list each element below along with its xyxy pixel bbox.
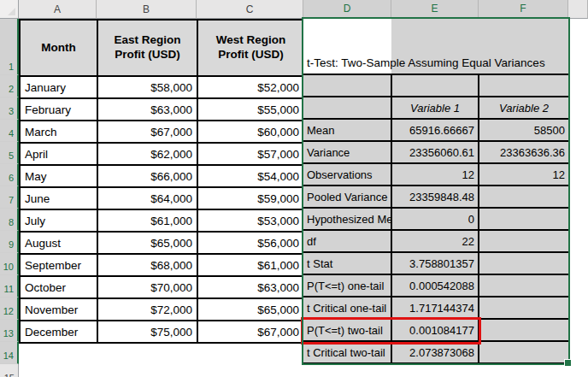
column-header-e[interactable]: E [391, 0, 479, 19]
row-header-4[interactable]: 4 [0, 120, 19, 142]
stat-value2-cell[interactable] [479, 297, 568, 319]
cell-empty[interactable] [303, 74, 391, 97]
cell-month[interactable]: November [20, 298, 97, 321]
stat-label-cell[interactable]: P(T<=t) one-tail [303, 274, 391, 297]
stat-value1-cell[interactable]: 23356060.61 [391, 141, 479, 163]
cell-east-profit[interactable]: $61,000 [97, 209, 197, 232]
row-header-12[interactable]: 12 [0, 297, 19, 320]
cell-west-profit[interactable]: $65,000 [197, 298, 304, 321]
header-cell-month[interactable]: Month [20, 20, 97, 76]
cell-east-profit[interactable]: $67,000 [97, 121, 197, 143]
cell-west-profit[interactable]: $54,000 [197, 165, 304, 187]
stat-value1-cell[interactable]: 3.758801357 [391, 252, 479, 274]
cell-east-profit[interactable]: $58,000 [97, 76, 197, 98]
stat-value2-cell[interactable] [479, 274, 568, 297]
cell-east-profit[interactable]: $70,000 [97, 276, 197, 298]
cell-east-profit[interactable]: $66,000 [97, 165, 197, 187]
stat-value2-cell[interactable] [479, 341, 568, 363]
cell-west-profit[interactable]: $61,000 [197, 254, 304, 276]
cell-month[interactable]: April [20, 143, 97, 165]
row-header-13[interactable]: 13 [0, 320, 19, 342]
cell-west-profit[interactable]: $55,000 [197, 98, 304, 121]
cell-month[interactable]: February [20, 98, 97, 121]
row-header-8[interactable]: 8 [0, 209, 19, 231]
cell-east-profit[interactable]: $68,000 [97, 254, 197, 276]
cell-month[interactable]: July [20, 209, 97, 232]
row-header-11[interactable]: 11 [0, 275, 19, 297]
cell-east-profit[interactable]: $64,000 [97, 187, 197, 209]
row-header-9[interactable]: 9 [0, 231, 19, 253]
stat-label-cell[interactable]: t Critical one-tail [303, 297, 391, 319]
cell-east-profit[interactable]: $63,000 [97, 98, 197, 121]
cell-empty[interactable] [303, 97, 391, 119]
variable1-header-cell[interactable]: Variable 1 [391, 97, 479, 119]
cell-east-profit[interactable]: $72,000 [97, 298, 197, 321]
stat-value2-cell[interactable]: 58500 [479, 119, 568, 141]
header-cell-west-profit[interactable]: West Region Profit (USD) [197, 20, 304, 76]
stat-value2-cell[interactable] [479, 186, 568, 208]
stat-value2-cell[interactable] [479, 319, 568, 341]
cell-month[interactable]: September [20, 254, 97, 276]
spreadsheet: A B C D E F 1 2 3 4 5 6 7 8 9 10 11 12 1… [0, 0, 588, 377]
cell-month[interactable]: March [20, 121, 97, 143]
cell-west-profit[interactable]: $52,000 [197, 76, 304, 98]
column-header-d[interactable]: D [303, 0, 391, 19]
stat-label-cell[interactable]: t Stat [303, 252, 391, 274]
row-header-10[interactable]: 10 [0, 253, 19, 275]
stat-value2-cell[interactable] [479, 230, 568, 252]
cell-east-profit[interactable]: $75,000 [97, 321, 197, 343]
stat-value1-cell[interactable]: 23359848.48 [391, 186, 479, 208]
stat-label-cell[interactable]: Hypothesized Mean Difference [303, 208, 391, 230]
cell-west-profit[interactable]: $59,000 [197, 187, 304, 209]
cell-month[interactable]: December [20, 321, 97, 343]
stat-value2-cell[interactable] [479, 252, 568, 274]
row-header-1[interactable]: 1 [0, 19, 19, 75]
row-header-2[interactable]: 2 [0, 75, 19, 97]
stat-label-cell[interactable]: df [303, 230, 391, 252]
stat-label-cell[interactable]: Variance [303, 141, 391, 163]
stat-value1-cell[interactable]: 0.000542088 [391, 274, 479, 297]
cell-west-profit[interactable]: $56,000 [197, 232, 304, 254]
stat-value1-cell[interactable]: 22 [391, 230, 479, 252]
fill-handle[interactable] [564, 359, 572, 367]
cell-empty[interactable] [479, 74, 568, 97]
cell-month[interactable]: June [20, 187, 97, 209]
row-header-15[interactable]: 15 [0, 364, 19, 377]
stat-value1-cell[interactable]: 12 [391, 163, 479, 186]
cell-month[interactable]: May [20, 165, 97, 187]
cell-west-profit[interactable]: $57,000 [197, 143, 304, 165]
row-header-7[interactable]: 7 [0, 186, 19, 209]
column-header-g-partial[interactable] [568, 0, 588, 19]
stat-value2-cell[interactable] [479, 208, 568, 230]
stat-value2-cell[interactable]: 12 [479, 163, 568, 186]
column-header-f[interactable]: F [479, 0, 568, 19]
cell-west-profit[interactable]: $53,000 [197, 209, 304, 232]
stat-label-cell[interactable]: Observations [303, 163, 391, 186]
row-header-14[interactable]: 14 [0, 342, 19, 364]
variable2-header-cell[interactable]: Variable 2 [479, 97, 568, 119]
column-header-b[interactable]: B [97, 0, 197, 19]
select-all-corner[interactable] [0, 0, 19, 19]
cell-empty[interactable] [391, 74, 479, 97]
row-header-5[interactable]: 5 [0, 142, 19, 164]
cell-west-profit[interactable]: $67,000 [197, 321, 304, 343]
cell-month[interactable]: January [20, 76, 97, 98]
cell-west-profit[interactable]: $63,000 [197, 276, 304, 298]
row-header-6[interactable]: 6 [0, 164, 19, 186]
stat-label-cell[interactable]: Pooled Variance [303, 186, 391, 208]
red-annotation-box[interactable] [301, 317, 481, 345]
cell-east-profit[interactable]: $62,000 [97, 143, 197, 165]
stat-value1-cell[interactable]: 65916.66667 [391, 119, 479, 141]
stat-value1-cell[interactable]: 0 [391, 208, 479, 230]
cell-west-profit[interactable]: $60,000 [197, 121, 304, 143]
cell-east-profit[interactable]: $65,000 [97, 232, 197, 254]
stat-value1-cell[interactable]: 1.717144374 [391, 297, 479, 319]
row-header-3[interactable]: 3 [0, 97, 19, 120]
cell-month[interactable]: October [20, 276, 97, 298]
cell-month[interactable]: August [20, 232, 97, 254]
stat-value2-cell[interactable]: 23363636.36 [479, 141, 568, 163]
column-header-a[interactable]: A [19, 0, 97, 19]
header-cell-east-profit[interactable]: East Region Profit (USD) [97, 20, 197, 76]
column-header-c[interactable]: C [197, 0, 303, 19]
stat-label-cell[interactable]: Mean [303, 119, 391, 141]
